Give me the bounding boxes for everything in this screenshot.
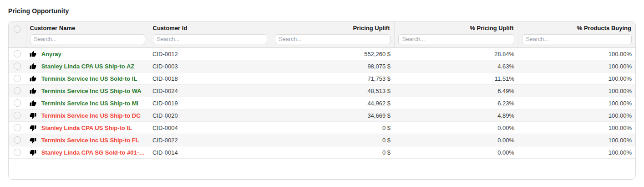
table-row[interactable]: Terminix Service Inc US Ship-to DC CID-0… [9, 109, 635, 122]
thumb-up-icon [30, 75, 36, 82]
pct-pricing-uplift: 4.63% [394, 60, 518, 73]
thumb-down-icon [30, 125, 36, 131]
customer-grid: Customer Name Customer Id Pricing Uplift… [9, 21, 635, 159]
table-row[interactable]: Stanley Linda CPA US Ship-to IL CID-0004… [9, 122, 635, 134]
pct-products-buying: 100.00% [518, 122, 635, 134]
customer-id: CID-0004 [149, 122, 271, 134]
row-select-radio[interactable] [14, 75, 21, 82]
table-row[interactable]: Terminix Service Inc US Sold-to IL CID-0… [9, 73, 635, 85]
column-header-customer-id: Customer Id [149, 21, 271, 48]
column-label-customer-id[interactable]: Customer Id [153, 24, 267, 32]
pct-products-buying: 100.00% [518, 146, 635, 159]
customer-name: Stanley Linda CPA US Ship-to IL [41, 125, 132, 131]
row-select-radio[interactable] [14, 87, 21, 94]
row-select-radio[interactable] [14, 149, 21, 156]
thumb-down-icon [30, 112, 36, 119]
pct-products-buying: 100.00% [518, 134, 635, 146]
row-select-radio[interactable] [14, 50, 21, 57]
column-label-pct-products-buying[interactable]: % Products Buying [522, 24, 632, 32]
grid-body: Anyray CID-0012 552,260 $ 28.84% 100.00%… [9, 48, 635, 159]
row-select-radio[interactable] [14, 124, 21, 131]
pricing-uplift: 0 $ [271, 146, 394, 159]
pricing-uplift: 44,962 $ [271, 97, 394, 109]
customer-id: CID-0024 [149, 85, 271, 97]
search-customer-id-input[interactable] [153, 34, 267, 44]
table-row[interactable]: Terminix Service Inc US Ship-to WA CID-0… [9, 85, 635, 97]
customer-name: Terminix Service Inc US Ship-to MI [41, 100, 139, 107]
row-select-radio[interactable] [14, 99, 21, 107]
customer-id: CID-0003 [149, 60, 271, 73]
pricing-uplift: 71,753 $ [271, 73, 394, 85]
pricing-uplift: 48,513 $ [271, 85, 394, 97]
customer-id: CID-0018 [149, 73, 271, 85]
customer-name: Terminix Service Inc US Sold-to IL [41, 75, 137, 82]
customer-name: Stanley Linda CPA SG Sold-to #01-… [41, 149, 145, 156]
customer-name: Terminix Service Inc US Ship-to WA [41, 88, 142, 94]
row-select-radio[interactable] [14, 136, 21, 144]
column-label-customer-name[interactable]: Customer Name [30, 24, 145, 32]
pct-products-buying: 100.00% [518, 85, 635, 97]
table-row[interactable]: Anyray CID-0012 552,260 $ 28.84% 100.00% [9, 48, 635, 60]
pricing-opportunity-table: Customer Name Customer Id Pricing Uplift… [8, 21, 636, 180]
table-row[interactable]: Terminix Service Inc US Ship-to MI CID-0… [9, 97, 635, 109]
pct-pricing-uplift: 0.00% [394, 146, 518, 159]
pricing-uplift: 0 $ [271, 122, 394, 134]
column-label-pricing-uplift[interactable]: Pricing Uplift [275, 24, 390, 32]
customer-name: Terminix Service Inc US Ship-to DC [41, 112, 141, 119]
customer-name: Terminix Service Inc US Ship-to FL [41, 137, 139, 144]
pricing-uplift: 34,669 $ [271, 109, 394, 122]
page-title: Pricing Opportunity [8, 5, 636, 21]
pct-pricing-uplift: 4.89% [394, 109, 518, 122]
search-pct-products-buying-input[interactable] [522, 34, 632, 44]
pct-products-buying: 100.00% [518, 48, 635, 60]
customer-id: CID-0012 [149, 48, 271, 60]
column-header-pct-products-buying: % Products Buying [518, 21, 635, 48]
row-select-radio[interactable] [14, 112, 21, 119]
search-pct-pricing-uplift-input[interactable] [398, 34, 514, 44]
select-all-radio[interactable] [14, 26, 21, 33]
column-label-pct-pricing-uplift[interactable]: % Pricing Uplift [398, 24, 514, 32]
customer-id: CID-0022 [149, 134, 271, 146]
customer-id: CID-0014 [149, 146, 271, 159]
column-header-pct-pricing-uplift: % Pricing Uplift [394, 21, 518, 48]
pricing-uplift: 552,260 $ [271, 48, 394, 60]
column-header-customer-name: Customer Name [26, 21, 149, 48]
pct-pricing-uplift: 6.49% [394, 85, 518, 97]
search-pricing-uplift-input[interactable] [275, 34, 390, 44]
thumb-down-icon [30, 137, 36, 144]
customer-id: CID-0020 [149, 109, 271, 122]
pct-pricing-uplift: 6.23% [394, 97, 518, 109]
table-row[interactable]: Stanley Linda CPA SG Sold-to #01-… CID-0… [9, 146, 635, 159]
page: Pricing Opportunity Customer Name Cust [0, 0, 644, 180]
select-all-header-cell [9, 21, 26, 48]
pct-pricing-uplift: 0.00% [394, 122, 518, 134]
thumb-up-icon [30, 63, 36, 70]
pct-pricing-uplift: 0.00% [394, 134, 518, 146]
pct-products-buying: 100.00% [518, 109, 635, 122]
search-customer-name-input[interactable] [30, 34, 145, 44]
customer-name: Stanley Linda CPA US Ship-to AZ [41, 63, 135, 70]
pricing-uplift: 98,075 $ [271, 60, 394, 73]
table-row[interactable]: Stanley Linda CPA US Ship-to AZ CID-0003… [9, 60, 635, 73]
thumb-up-icon [30, 88, 36, 94]
column-header-pricing-uplift: Pricing Uplift [271, 21, 394, 48]
pct-pricing-uplift: 11.51% [394, 73, 518, 85]
pct-products-buying: 100.00% [518, 97, 635, 109]
thumb-up-icon [30, 100, 36, 107]
row-select-radio[interactable] [14, 62, 21, 70]
customer-id: CID-0019 [149, 97, 271, 109]
grid-header: Customer Name Customer Id Pricing Uplift… [9, 21, 635, 48]
customer-name: Anyray [41, 51, 61, 57]
pct-pricing-uplift: 28.84% [394, 48, 518, 60]
pct-products-buying: 100.00% [518, 60, 635, 73]
pct-products-buying: 100.00% [518, 73, 635, 85]
thumb-down-icon [30, 149, 36, 156]
table-row[interactable]: Terminix Service Inc US Ship-to FL CID-0… [9, 134, 635, 146]
pricing-uplift: 0 $ [271, 134, 394, 146]
thumb-up-icon [30, 51, 36, 57]
